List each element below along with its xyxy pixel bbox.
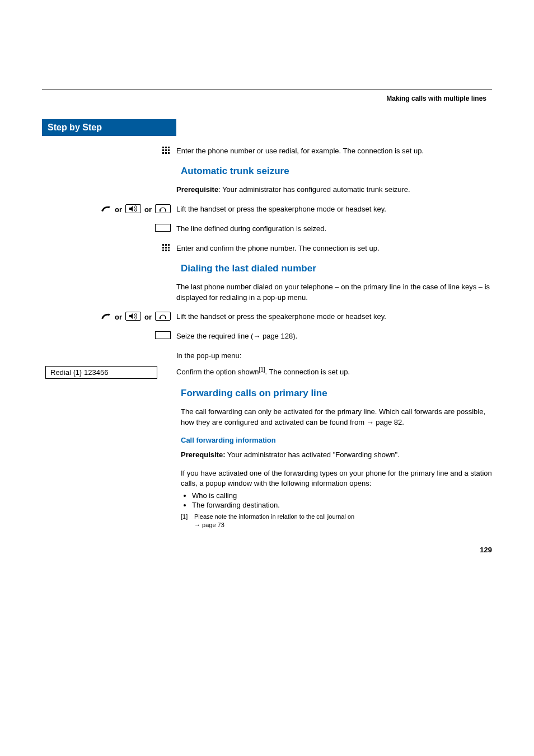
confirm-option-text: Confirm the option shown[1]. The connect…	[176, 366, 492, 378]
intro-text: Enter the phone number or use redial, fo…	[176, 146, 492, 157]
footnote-number: [1]	[181, 513, 191, 529]
svg-rect-3	[162, 149, 164, 151]
svg-rect-9	[160, 209, 161, 212]
keypad-icon	[162, 146, 171, 157]
section-heading-forwarding: Forwarding calls on primary line	[181, 388, 492, 399]
footnote-ref: [1]	[259, 367, 265, 373]
running-header: Making calls with multiple lines	[42, 95, 492, 102]
or-label: or	[144, 205, 152, 214]
or-label: or	[115, 205, 122, 214]
svg-rect-14	[162, 247, 164, 248]
section-heading-auto-trunk: Automatic trunk seizure	[181, 166, 492, 177]
footnote: [1] Please note the information in relat…	[181, 513, 492, 529]
footnote-ref-page: page 73	[200, 522, 224, 528]
arrow-icon: →	[194, 522, 200, 528]
speakerphone-key-icon	[125, 204, 141, 213]
svg-rect-10	[165, 209, 166, 212]
handset-icon	[100, 312, 111, 322]
prereq-forwarding: Prerequisite: Your administrator has act…	[181, 450, 492, 461]
svg-rect-7	[165, 152, 167, 154]
list-item: The forwarding destination.	[192, 501, 492, 509]
prereq-text: Your administrator has activated "Forwar…	[225, 450, 399, 459]
arrow-icon: →	[367, 418, 374, 426]
prereq-label: Prerequisite	[176, 185, 218, 194]
svg-rect-12	[165, 244, 167, 246]
subheading-call-forwarding-info: Call forwarding information	[181, 436, 492, 444]
svg-rect-18	[165, 250, 167, 251]
svg-rect-17	[162, 250, 164, 251]
or-label: or	[115, 313, 122, 321]
redial-description: The last phone number dialed on your tel…	[176, 282, 492, 303]
enter-confirm-text: Enter and confirm the phone number. The …	[176, 243, 492, 254]
prereq-text: : Your administrator has configured auto…	[218, 185, 410, 194]
header-rule	[42, 90, 492, 90]
svg-rect-20	[160, 317, 161, 319]
line-defined-text: The line defined during configuration is…	[176, 224, 492, 234]
speakerphone-key-icon	[125, 312, 141, 321]
document-page: Making calls with multiple lines Step by…	[0, 0, 534, 588]
headset-key-icon	[155, 312, 171, 321]
forwarding-popup-text: If you have activated one of the forward…	[181, 468, 492, 490]
handset-icon	[100, 204, 111, 215]
keypad-icon	[162, 243, 171, 254]
forwarding-info-list: Who is calling The forwarding destinatio…	[181, 491, 492, 509]
step-by-step-header: Step by Step	[42, 119, 176, 136]
svg-rect-2	[168, 147, 170, 148]
lift-handset-text: Lift the handset or press the speakerpho…	[176, 204, 492, 215]
line-key-icon	[155, 331, 171, 339]
svg-rect-19	[168, 250, 170, 251]
svg-rect-0	[162, 147, 164, 148]
prereq-auto-trunk: Prerequisite: Your administrator has con…	[176, 185, 492, 195]
popup-menu-text: In the pop-up menu:	[176, 351, 492, 361]
prereq-label: Prerequisite:	[181, 450, 225, 459]
line-key-icon	[155, 224, 171, 232]
arrow-icon: →	[253, 332, 260, 340]
svg-rect-21	[165, 317, 166, 319]
seize-line-text: Seize the required line (→ page 128).	[176, 331, 492, 342]
svg-rect-6	[162, 152, 164, 154]
svg-rect-11	[162, 244, 164, 246]
footnote-text: Please note the information in relation …	[194, 513, 354, 520]
headset-key-icon	[155, 204, 171, 213]
svg-rect-4	[165, 149, 167, 151]
page-number: 129	[42, 546, 492, 554]
or-label: or	[144, 313, 152, 321]
svg-rect-13	[168, 244, 170, 246]
svg-rect-15	[165, 247, 167, 248]
svg-rect-1	[165, 147, 167, 148]
list-item: Who is calling	[192, 491, 492, 500]
forwarding-description: The call forwarding can only be activate…	[181, 407, 492, 428]
svg-rect-16	[168, 247, 170, 248]
section-heading-redial: Dialing the last dialed number	[181, 263, 492, 274]
redial-option-box: Redial {1} 123456	[45, 366, 157, 379]
svg-rect-8	[168, 152, 170, 154]
lift-handset-text-2: Lift the handset or press the speakerpho…	[176, 312, 492, 322]
svg-rect-5	[168, 149, 170, 151]
